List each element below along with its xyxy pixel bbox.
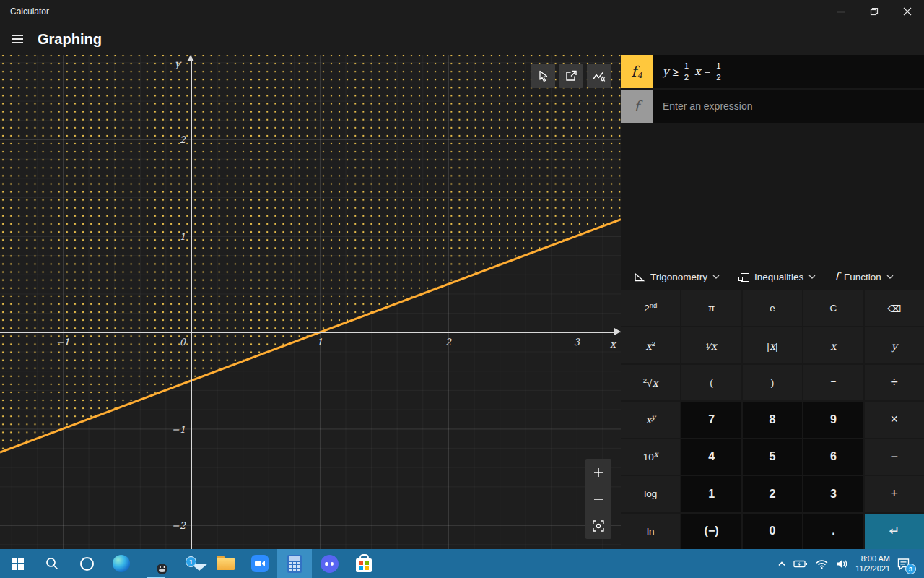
function-expression[interactable]: y ≥ 12 x − 12 — [653, 55, 924, 88]
key-log[interactable]: log — [621, 476, 680, 512]
key-negate[interactable]: (−) — [681, 514, 741, 549]
expression-input[interactable]: Enter an expression — [653, 90, 924, 123]
x-tick-label: 1 — [317, 337, 323, 348]
minimize-icon — [837, 7, 845, 16]
dropdown-function[interactable]: f Function — [834, 270, 893, 283]
key-zero[interactable]: 0 — [743, 514, 802, 549]
key-ten-power-x[interactable]: 10x — [621, 439, 680, 475]
y-axis — [191, 59, 192, 549]
window-title: Calculator — [0, 7, 49, 17]
y-tick-label: 2 — [180, 134, 186, 145]
key-backspace[interactable]: ⌫ — [865, 290, 924, 326]
taskbar-chrome-button[interactable] — [139, 549, 173, 578]
restore-button[interactable] — [858, 0, 891, 23]
key-absolute-value[interactable]: |x| — [743, 327, 802, 363]
tray-clock-button[interactable]: 8:00 AM 11/2/2021 — [855, 553, 890, 574]
tray-battery-button[interactable] — [793, 559, 808, 569]
key-nine[interactable]: 9 — [803, 402, 863, 437]
zoom-out-button[interactable] — [585, 486, 611, 512]
tray-volume-button[interactable] — [835, 558, 849, 569]
taskbar-discord-button[interactable] — [312, 549, 346, 578]
edge-icon — [113, 555, 130, 572]
key-var-x[interactable]: x — [803, 327, 863, 363]
key-x-power-y[interactable]: xy — [621, 402, 680, 437]
key-one[interactable]: 1 — [681, 476, 741, 512]
windows-logo-icon — [12, 558, 24, 570]
close-button[interactable] — [891, 0, 924, 23]
graph-canvas[interactable]: y x −1012321−1−2 — [0, 55, 621, 549]
x-axis — [0, 332, 616, 333]
taskbar-mail-button[interactable]: 1 — [173, 549, 208, 578]
file-explorer-icon — [217, 558, 235, 570]
taskbar-start-button[interactable] — [0, 549, 35, 578]
dropdown-inequalities[interactable]: Inequalities — [738, 272, 816, 282]
squares-icon — [738, 273, 749, 281]
tray-expand-button[interactable] — [777, 559, 787, 568]
key-subtract[interactable]: − — [865, 439, 924, 475]
key-decimal[interactable]: . — [803, 514, 863, 549]
cortana-icon — [80, 557, 94, 571]
zoom-app-icon — [251, 555, 269, 572]
key-pi[interactable]: π — [681, 290, 741, 326]
triangle-icon — [634, 272, 645, 282]
minimize-button[interactable] — [824, 0, 858, 23]
menu-button[interactable] — [3, 26, 32, 52]
key-eight[interactable]: 8 — [743, 402, 802, 437]
mail-notification-badge: 1 — [186, 556, 196, 567]
key-open-paren[interactable]: ( — [681, 365, 741, 400]
taskbar-zoom-button[interactable] — [243, 549, 277, 578]
expression-input-row: f Enter an expression — [621, 90, 924, 123]
taskbar-calculator-button[interactable] — [277, 549, 312, 578]
key-ln[interactable]: ln — [621, 514, 680, 549]
function-f-glyph: f — [631, 63, 636, 80]
minus-icon — [593, 494, 603, 504]
titlebar: Calculator — [0, 0, 924, 23]
chevron-down-icon — [808, 275, 816, 279]
key-second[interactable]: 2nd — [621, 290, 680, 326]
key-four[interactable]: 4 — [681, 439, 741, 475]
y-tick-label: −1 — [172, 423, 186, 434]
taskbar-edge-button[interactable] — [104, 549, 139, 578]
key-add[interactable]: + — [865, 476, 924, 512]
key-close-paren[interactable]: ) — [743, 365, 802, 400]
function-icon: f — [834, 270, 839, 283]
key-three[interactable]: 3 — [803, 476, 863, 512]
graph-toolbar — [531, 64, 611, 88]
key-clear[interactable]: C — [803, 290, 863, 326]
key-var-y[interactable]: y — [865, 327, 924, 363]
taskbar-cortana-button[interactable] — [69, 549, 104, 578]
key-six[interactable]: 6 — [803, 439, 863, 475]
function-badge-f4[interactable]: f4 — [621, 55, 653, 88]
fit-view-icon — [593, 520, 604, 532]
key-x-squared[interactable]: x2 — [621, 327, 680, 363]
fit-view-button[interactable] — [585, 512, 611, 539]
input-placeholder: Enter an expression — [663, 100, 753, 112]
taskbar-store-button[interactable] — [346, 549, 381, 578]
taskbar-search-button[interactable] — [35, 549, 69, 578]
key-seven[interactable]: 7 — [681, 402, 741, 437]
taskbar-file-explorer-button[interactable] — [208, 549, 243, 578]
key-divide[interactable]: ÷ — [865, 365, 924, 400]
dropdown-trigonometry[interactable]: Trigonometry — [634, 272, 720, 282]
panel-spacer — [621, 124, 924, 263]
trace-button[interactable] — [531, 64, 555, 88]
key-square-root[interactable]: 2√x̅ — [621, 365, 680, 400]
restore-icon — [870, 7, 879, 16]
graph-options-button[interactable] — [587, 64, 611, 88]
volume-icon — [835, 558, 849, 569]
share-button[interactable] — [559, 64, 583, 88]
key-two[interactable]: 2 — [743, 476, 802, 512]
key-enter[interactable]: ↵ — [865, 514, 924, 549]
zoom-in-button[interactable] — [585, 459, 611, 486]
key-reciprocal[interactable]: ¹⁄x — [681, 327, 741, 363]
trace-cursor-icon — [536, 69, 549, 82]
taskbar: 1 — [0, 549, 924, 578]
action-center-button[interactable]: 3 — [897, 557, 911, 570]
key-five[interactable]: 5 — [743, 439, 802, 475]
close-icon — [903, 7, 912, 16]
tray-wifi-button[interactable] — [815, 558, 829, 569]
key-multiply[interactable]: × — [865, 402, 924, 437]
key-euler[interactable]: e — [743, 290, 802, 326]
key-equals[interactable]: = — [803, 365, 863, 400]
function-panel: f4 y ≥ 12 x − 12 f — [621, 55, 924, 549]
